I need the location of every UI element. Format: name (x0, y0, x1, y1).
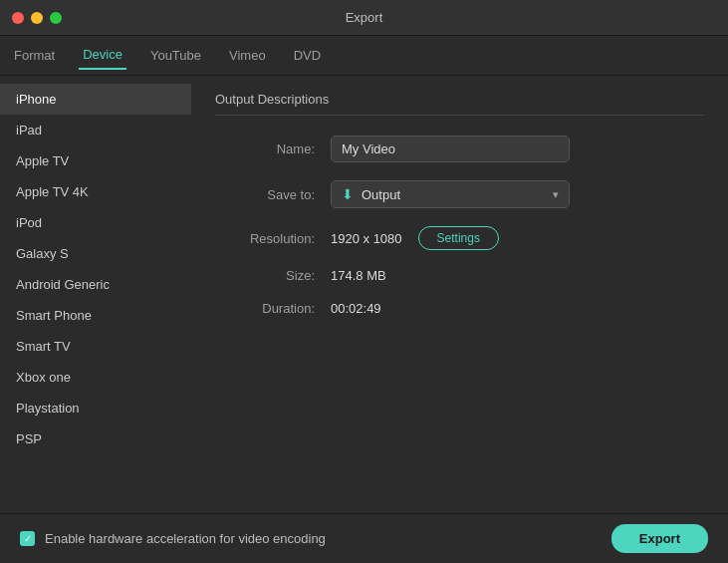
export-button[interactable]: Export (611, 524, 708, 553)
sidebar-item-galaxy-s[interactable]: Galaxy S (0, 238, 191, 269)
maximize-button[interactable] (50, 12, 62, 24)
main-layout: iPhone iPad Apple TV Apple TV 4K iPod Ga… (0, 76, 728, 513)
resolution-value: 1920 x 1080 (331, 231, 402, 246)
content-panel: Output Descriptions Name: Save to: ⬇ Out… (191, 76, 728, 513)
size-label: Size: (215, 268, 315, 283)
tab-dvd[interactable]: DVD (290, 42, 325, 69)
hardware-acceleration-row: ✓ Enable hardware acceleration for video… (20, 531, 326, 546)
duration-row: Duration: 00:02:49 (215, 301, 704, 316)
hardware-acceleration-label: Enable hardware acceleration for video e… (45, 531, 326, 546)
tab-format[interactable]: Format (10, 42, 59, 69)
size-value: 174.8 MB (331, 268, 386, 283)
duration-value: 00:02:49 (331, 301, 381, 316)
tab-youtube[interactable]: YouTube (146, 42, 205, 69)
tab-device[interactable]: Device (79, 41, 126, 70)
size-row: Size: 174.8 MB (215, 268, 704, 283)
window-title: Export (346, 10, 383, 25)
sidebar-item-psp[interactable]: PSP (0, 423, 191, 454)
sidebar-item-android-generic[interactable]: Android Generic (0, 269, 191, 300)
save-to-label: Save to: (215, 187, 315, 202)
name-label: Name: (215, 141, 315, 156)
minimize-button[interactable] (31, 12, 43, 24)
section-title: Output Descriptions (215, 92, 704, 116)
sidebar-item-smart-phone[interactable]: Smart Phone (0, 300, 191, 331)
save-to-row: Save to: ⬇ Output ▾ (215, 180, 704, 208)
folder-icon: ⬇ (342, 186, 354, 202)
tab-bar: Format Device YouTube Vimeo DVD (0, 36, 728, 76)
settings-button[interactable]: Settings (418, 226, 499, 250)
sidebar-item-ipad[interactable]: iPad (0, 115, 191, 145)
name-row: Name: (215, 136, 704, 162)
title-bar: Export (0, 0, 728, 36)
duration-label: Duration: (215, 301, 315, 316)
resolution-label: Resolution: (215, 231, 315, 246)
sidebar: iPhone iPad Apple TV Apple TV 4K iPod Ga… (0, 76, 191, 513)
chevron-down-icon: ▾ (553, 188, 559, 201)
window-controls (12, 12, 62, 24)
sidebar-item-smart-tv[interactable]: Smart TV (0, 331, 191, 362)
sidebar-item-ipod[interactable]: iPod (0, 207, 191, 238)
tab-vimeo[interactable]: Vimeo (225, 42, 270, 69)
save-to-dropdown[interactable]: ⬇ Output ▾ (331, 180, 570, 208)
hardware-acceleration-checkbox[interactable]: ✓ (20, 531, 35, 546)
sidebar-item-xbox-one[interactable]: Xbox one (0, 362, 191, 393)
save-to-value: Output (362, 187, 400, 202)
close-button[interactable] (12, 12, 24, 24)
sidebar-item-apple-tv-4k[interactable]: Apple TV 4K (0, 176, 191, 207)
sidebar-item-playstation[interactable]: Playstation (0, 393, 191, 423)
sidebar-item-apple-tv[interactable]: Apple TV (0, 145, 191, 176)
sidebar-item-iphone[interactable]: iPhone (0, 84, 191, 115)
resolution-row: Resolution: 1920 x 1080 Settings (215, 226, 704, 250)
bottom-bar: ✓ Enable hardware acceleration for video… (0, 513, 728, 563)
name-input[interactable] (331, 136, 570, 162)
